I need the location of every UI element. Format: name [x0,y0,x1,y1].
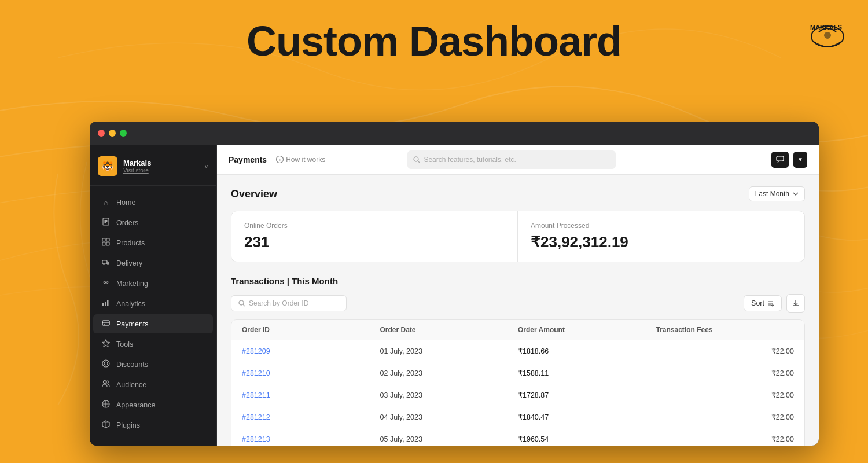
main-content: Payments i How it works Search features,… [217,145,819,446]
sidebar-item-discounts[interactable]: Discounts [93,355,213,374]
svg-rect-10 [106,242,109,245]
page-title: Custom Dashboard [247,18,621,64]
payments-icon [101,319,111,329]
search-placeholder-text: Search features, tutorials, etc. [424,156,516,164]
svg-point-25 [106,381,109,383]
brand-logo-icon: 🐯 [98,156,117,176]
sidebar-item-marketing[interactable]: Marketing [93,274,213,293]
svg-rect-7 [102,238,105,241]
chevron-down-icon [793,192,799,196]
traffic-light-green[interactable] [120,130,127,137]
order-id-cell[interactable]: #281212 [242,413,380,421]
sidebar-item-marketing-label: Marketing [116,280,148,288]
sidebar-item-orders[interactable]: Orders [93,213,213,232]
overview-title: Overview [231,188,277,200]
table-row[interactable]: #281213 05 July, 2023 ₹1960.54 ₹22.00 [231,428,804,446]
topbar: Payments i How it works Search features,… [217,145,819,175]
order-date-cell: 02 July, 2023 [380,369,518,377]
order-id-cell[interactable]: #281211 [242,391,380,399]
sidebar-item-appearance-label: Appearance [116,401,155,409]
info-icon: i [276,156,284,163]
order-amount-cell: ₹1818.66 [518,347,656,355]
order-search-input[interactable]: Search by Order ID [231,295,347,311]
transactions-toolbar: Search by Order ID Sort [231,294,805,313]
th-order-amount: Order Amount [518,326,656,334]
search-icon [413,156,420,163]
table-row[interactable]: #281210 02 July, 2023 ₹1588.11 ₹22.00 [231,362,804,384]
sidebar-item-tools[interactable]: Tools [93,335,213,354]
sidebar-item-tools-label: Tools [116,340,133,348]
sidebar-item-analytics[interactable]: Analytics [93,294,213,313]
table-row[interactable]: #281209 01 July, 2023 ₹1818.66 ₹22.00 [231,340,804,362]
sidebar-item-home[interactable]: ⌂ Home [93,193,213,212]
order-id-cell[interactable]: #281213 [242,435,380,443]
brand-section[interactable]: 🐯 Markals Visit store ∨ [90,152,216,186]
sidebar: 🐯 Markals Visit store ∨ ⌂ Home Orders [90,145,217,446]
sidebar-item-home-label: Home [116,199,135,207]
order-id-cell[interactable]: #281210 [242,369,380,377]
page-title-area: Custom Dashboard [0,17,868,65]
svg-line-33 [243,304,245,306]
svg-line-30 [418,161,420,163]
brand-name: Markals [123,159,198,167]
sidebar-item-payments[interactable]: Payments [93,314,213,333]
table-row[interactable]: #281211 03 July, 2023 ₹1728.87 ₹22.00 [231,384,804,406]
traffic-light-red[interactable] [98,130,105,137]
sidebar-item-analytics-label: Analytics [116,300,145,308]
overview-header: Overview Last Month [231,186,805,201]
svg-rect-18 [102,321,109,325]
toolbar-right-actions: Sort [744,294,805,313]
sort-icon [767,300,774,307]
traffic-light-yellow[interactable] [109,130,116,137]
stat-amount-value: ₹23,92,312.19 [531,233,792,251]
order-date-cell: 04 July, 2023 [380,413,518,421]
transaction-fee-cell: ₹22.00 [656,413,795,421]
sidebar-item-appearance[interactable]: Appearance [93,395,213,414]
order-date-cell: 03 July, 2023 [380,391,518,399]
transaction-fee-cell: ₹22.00 [656,435,795,443]
order-amount-cell: ₹1960.54 [518,435,656,443]
sidebar-item-plugins[interactable]: Plugins [93,416,213,435]
sidebar-item-discounts-label: Discounts [116,361,148,369]
sort-button[interactable]: Sort [744,295,782,311]
svg-rect-11 [102,260,107,264]
transaction-fee-cell: ₹22.00 [656,369,795,377]
sidebar-item-plugins-label: Plugins [116,421,140,429]
order-amount-cell: ₹1840.47 [518,413,656,421]
svg-point-32 [239,300,244,305]
svg-rect-31 [777,156,784,161]
svg-point-2 [824,32,831,39]
topbar-search-box[interactable]: Search features, tutorials, etc. [407,150,616,169]
brand-info: Markals Visit store [123,159,198,174]
products-icon [101,238,111,248]
order-amount-cell: ₹1728.87 [518,391,656,399]
last-month-button[interactable]: Last Month [749,186,805,201]
stats-grid: Online Orders 231 Amount Processed ₹23,9… [231,211,805,262]
svg-rect-20 [104,324,105,325]
transaction-fee-cell: ₹22.00 [656,347,795,355]
sidebar-item-delivery[interactable]: Delivery [93,253,213,273]
chat-button[interactable] [771,152,789,168]
sidebar-item-products[interactable]: Products [93,233,213,252]
content-area: Overview Last Month Online Orders 231 Am… [217,175,819,446]
svg-point-23 [104,362,108,365]
stat-orders-label: Online Orders [244,222,505,230]
order-id-cell[interactable]: #281209 [242,347,380,355]
brand-visit-link[interactable]: Visit store [123,167,198,174]
orders-icon [101,218,111,227]
dropdown-button[interactable]: ▼ [793,152,807,168]
export-button[interactable] [786,294,805,313]
stat-amount-label: Amount Processed [531,222,792,230]
topbar-how-it-works[interactable]: i How it works [276,156,325,164]
transactions-table: Order ID Order Date Order Amount Transac… [231,319,805,446]
chat-icon [776,156,784,163]
sidebar-item-audience[interactable]: Audience [93,375,213,394]
svg-rect-9 [102,242,105,245]
svg-point-22 [102,360,109,367]
sidebar-item-payments-label: Payments [116,320,149,328]
brand-chevron-icon: ∨ [204,163,208,170]
table-header: Order ID Order Date Order Amount Transac… [231,320,804,340]
sidebar-item-orders-label: Orders [116,219,138,227]
table-row[interactable]: #281212 04 July, 2023 ₹1840.47 ₹22.00 [231,406,804,428]
svg-point-24 [104,381,106,384]
